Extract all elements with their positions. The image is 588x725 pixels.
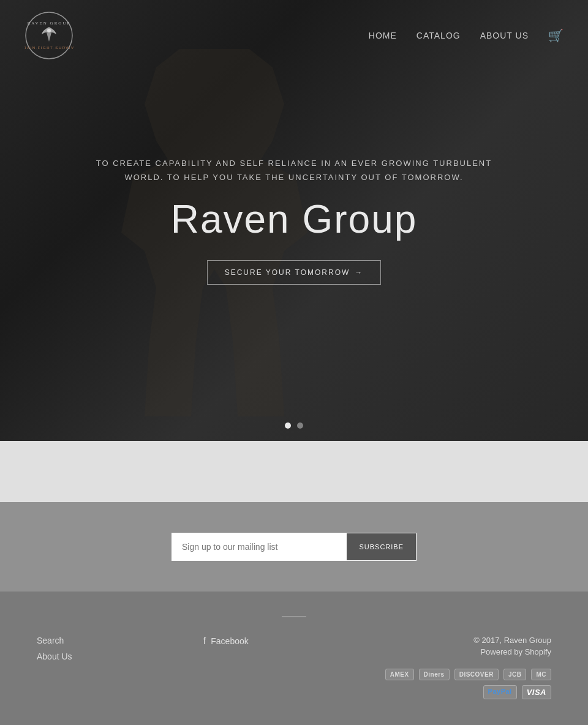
payment-amex: AMEX — [385, 669, 414, 680]
svg-text:RAVEN GROUP: RAVEN GROUP — [28, 21, 71, 26]
hero-title: Raven Group — [171, 197, 418, 242]
mailing-section: SUBSCRIBE — [0, 502, 588, 592]
hero-dot-2[interactable] — [297, 423, 303, 429]
facebook-link[interactable]: f Facebook — [203, 636, 249, 647]
mid-section — [0, 441, 588, 502]
payment-visa: VISA — [522, 685, 551, 699]
payment-discover: DISCOVER — [454, 669, 499, 680]
footer: Search About Us f Facebook © 2017, Raven… — [0, 592, 588, 725]
subscribe-button[interactable]: SUBSCRIBE — [347, 533, 416, 560]
hero-section: RAVEN GROUP TRAIN·FIGHT·SURVIVE HOME CAT… — [0, 0, 588, 441]
hero-tagline: TO CREATE CAPABILITY AND SELF RELIANCE I… — [80, 156, 508, 185]
mailing-form: SUBSCRIBE — [172, 533, 417, 561]
footer-links-col: Search About Us — [37, 636, 72, 667]
payment-jcb: JCB — [503, 669, 527, 680]
footer-divider — [282, 616, 306, 617]
main-nav: HOME CATALOG ABOUT US 🛒 — [369, 28, 564, 43]
footer-link-about[interactable]: About Us — [37, 652, 72, 661]
svg-point-2 — [47, 29, 51, 32]
hero-cta-arrow: → — [355, 268, 363, 277]
hero-dot-1[interactable] — [285, 423, 291, 429]
footer-cols: Search About Us f Facebook © 2017, Raven… — [37, 636, 551, 699]
nav-about-us[interactable]: ABOUT US — [480, 31, 529, 40]
footer-copyright: © 2017, Raven Group — [380, 636, 551, 645]
logo-image: RAVEN GROUP TRAIN·FIGHT·SURVIVE — [24, 11, 74, 60]
payment-diners: Diners — [419, 669, 450, 680]
hero-cta-label: SECURE YOUR TOMORROW — [225, 268, 350, 277]
site-header: RAVEN GROUP TRAIN·FIGHT·SURVIVE HOME CAT… — [0, 0, 588, 71]
nav-home[interactable]: HOME — [369, 31, 397, 40]
facebook-label: Facebook — [211, 636, 248, 646]
footer-link-search[interactable]: Search — [37, 636, 72, 645]
mailing-input[interactable] — [172, 533, 347, 560]
hero-cta-button[interactable]: SECURE YOUR TOMORROW → — [207, 260, 382, 285]
footer-powered: Powered by Shopify — [380, 647, 551, 656]
payment-paypal: PayPal — [483, 685, 517, 699]
payment-icons: AMEX Diners DISCOVER JCB MC PayPal VISA — [380, 669, 551, 699]
footer-right-col: © 2017, Raven Group Powered by Shopify A… — [380, 636, 551, 699]
footer-social-col: f Facebook — [203, 636, 249, 647]
payment-mastercard: MC — [531, 669, 551, 680]
facebook-icon: f — [203, 636, 206, 647]
svg-text:TRAIN·FIGHT·SURVIVE: TRAIN·FIGHT·SURVIVE — [24, 46, 74, 50]
hero-dots — [285, 423, 303, 429]
logo-area: RAVEN GROUP TRAIN·FIGHT·SURVIVE — [24, 11, 74, 60]
cart-icon[interactable]: 🛒 — [548, 28, 564, 43]
nav-catalog[interactable]: CATALOG — [417, 31, 461, 40]
